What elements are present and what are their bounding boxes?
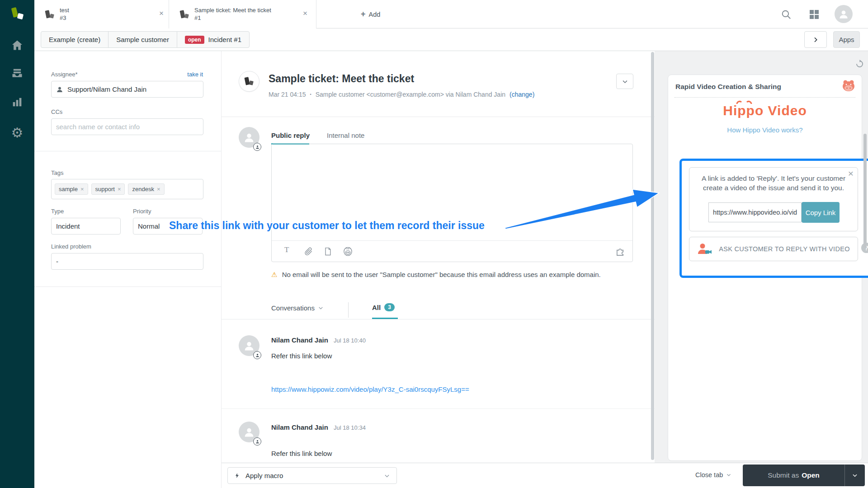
tag-chip[interactable]: support×: [91, 183, 125, 195]
add-tab-button[interactable]: + Add: [361, 0, 396, 28]
close-tab-icon[interactable]: ×: [303, 9, 307, 18]
end-user-badge-icon: [253, 351, 261, 359]
remove-tag-icon[interactable]: ×: [118, 186, 121, 192]
hippo-video-icon[interactable]: [343, 246, 353, 258]
change-link[interactable]: (change): [509, 91, 534, 98]
collapse-header-button[interactable]: [616, 74, 633, 89]
warning-icon: ⚠: [271, 271, 277, 278]
video-link-input[interactable]: [708, 202, 802, 222]
ticket-properties-panel: Assignee* take it Support/Nilam Chand Ja…: [34, 51, 222, 488]
warning-text: No email will be sent to the user "Sampl…: [282, 271, 601, 278]
panel-scrollbar[interactable]: [863, 134, 867, 248]
ticket-icon: [244, 75, 255, 87]
apply-macro-select[interactable]: Apply macro: [227, 467, 397, 484]
hippo-logo-wrap: Hippo Video: [668, 103, 862, 118]
home-icon[interactable]: [0, 39, 34, 52]
ticket-timestamp: Mar 21 04:15: [269, 91, 306, 98]
ccs-label: CCs: [51, 108, 62, 115]
main-scrollbar[interactable]: [651, 52, 654, 460]
breadcrumb-incident[interactable]: open Incident #1: [177, 31, 250, 48]
zendesk-app: ⚙ test #3 × Samp: [0, 0, 868, 488]
remove-tag-icon[interactable]: ×: [80, 186, 84, 192]
hippo-card-title: Rapid Video Creation & Sharing: [675, 83, 781, 91]
chevron-down-icon: [318, 305, 324, 311]
count-badge: 3: [384, 303, 395, 311]
tab-number: #3: [60, 14, 66, 21]
reply-editor[interactable]: T: [271, 144, 633, 262]
message-text: Refer this link below: [271, 352, 332, 360]
tab-title: Sample ticket: Meet the ticket: [194, 6, 271, 14]
reports-icon[interactable]: [0, 96, 34, 108]
linked-problem-field[interactable]: -: [51, 253, 203, 270]
submit-button[interactable]: Submit as Open: [743, 465, 865, 486]
tab-test[interactable]: test #3 ×: [34, 0, 169, 28]
breadcrumb-example[interactable]: Example (create): [41, 31, 108, 48]
views-icon[interactable]: [0, 67, 34, 80]
chevron-down-icon: [622, 78, 628, 85]
topbar: test #3 × Sample ticket: Meet the ticket…: [34, 0, 868, 28]
tab-internal-note[interactable]: Internal note: [327, 131, 364, 139]
type-label: Type: [51, 208, 64, 215]
search-icon[interactable]: [780, 9, 792, 22]
submit-options-chevron[interactable]: [844, 465, 865, 486]
ticket-icon: [44, 9, 55, 22]
close-icon[interactable]: ×: [848, 168, 854, 179]
ticket-icon: [179, 9, 190, 22]
message-link[interactable]: https://www.hippowiz.com/video/play/Y3z_…: [271, 385, 469, 393]
hippo-video-card: Rapid Video Creation & Sharing Hippo Vid…: [668, 75, 862, 461]
close-tab-button[interactable]: Close tab: [695, 471, 731, 479]
assignee-field[interactable]: Support/Nilam Chand Jain: [51, 81, 203, 98]
ccs-input[interactable]: [56, 123, 198, 131]
remove-tag-icon[interactable]: ×: [157, 186, 160, 192]
footer-bar: Apply macro Close tab Submit as Open: [222, 463, 868, 488]
text-format-icon[interactable]: T: [284, 245, 289, 254]
bullet-icon: •: [310, 92, 311, 97]
type-field[interactable]: Incident: [51, 218, 121, 235]
breadcrumb: Example (create) Sample customer open In…: [41, 31, 250, 48]
ask-customer-button[interactable]: ASK CUSTOMER TO REPLY WITH VIDEO: [689, 237, 858, 261]
tab-all-conversations[interactable]: All 3: [372, 303, 395, 311]
hippo-face-icon: [841, 79, 856, 94]
breadcrumb-row: Example (create) Sample customer open In…: [34, 28, 868, 51]
breadcrumb-customer[interactable]: Sample customer: [108, 31, 177, 48]
message-time: Jul 18 10:34: [334, 424, 366, 431]
apps-button[interactable]: Apps: [833, 31, 860, 48]
apps-grid-icon[interactable]: [809, 9, 819, 21]
agent-avatar: [239, 127, 259, 148]
ccs-field: [51, 118, 203, 135]
tags-field[interactable]: sample× support× zendesk×: [51, 179, 203, 199]
ticket-meta: Mar 21 04:15 • Sample customer <customer…: [269, 91, 534, 98]
divider: [34, 286, 222, 287]
tab-public-reply[interactable]: Public reply: [271, 131, 310, 139]
apps-puzzle-icon[interactable]: [615, 246, 626, 258]
tags-label: Tags: [51, 169, 63, 176]
assignee-label: Assignee*: [51, 71, 78, 78]
message-time: Jul 18 10:40: [334, 337, 366, 344]
message-avatar: [239, 335, 259, 356]
priority-label: Priority: [133, 208, 151, 215]
lightning-icon: [234, 472, 240, 479]
user-avatar[interactable]: [835, 5, 853, 23]
ticket-avatar: [239, 71, 259, 92]
attachment-icon[interactable]: [303, 246, 313, 258]
tab-sample-ticket[interactable]: Sample ticket: Meet the ticket #1 ×: [169, 0, 316, 28]
next-chevron-button[interactable]: [804, 31, 827, 48]
zendesk-logo-icon[interactable]: [0, 5, 34, 23]
tag-chip[interactable]: sample×: [55, 183, 88, 195]
submit-prefix: Submit as: [768, 471, 799, 479]
conversations-dropdown[interactable]: Conversations: [271, 304, 324, 312]
how-it-works-link[interactable]: How Hippo Video works?: [668, 126, 862, 134]
tag-chip[interactable]: zendesk×: [128, 183, 164, 195]
message-header: Nilam Chand Jain Jul 18 10:34: [271, 423, 366, 431]
document-icon[interactable]: [323, 246, 332, 258]
settings-gear-icon[interactable]: ⚙: [0, 125, 34, 141]
add-label: Add: [369, 11, 381, 18]
refresh-icon[interactable]: [855, 59, 864, 70]
close-tab-icon[interactable]: ×: [159, 9, 164, 18]
divider: [222, 117, 655, 117]
ticket-title: Sample ticket: Meet the ticket: [269, 73, 414, 85]
copy-link-button[interactable]: Copy Link: [802, 202, 840, 223]
annotation-text: Share this link with your customer to le…: [169, 220, 485, 232]
take-it-link[interactable]: take it: [187, 71, 203, 78]
message-avatar: [239, 422, 259, 442]
